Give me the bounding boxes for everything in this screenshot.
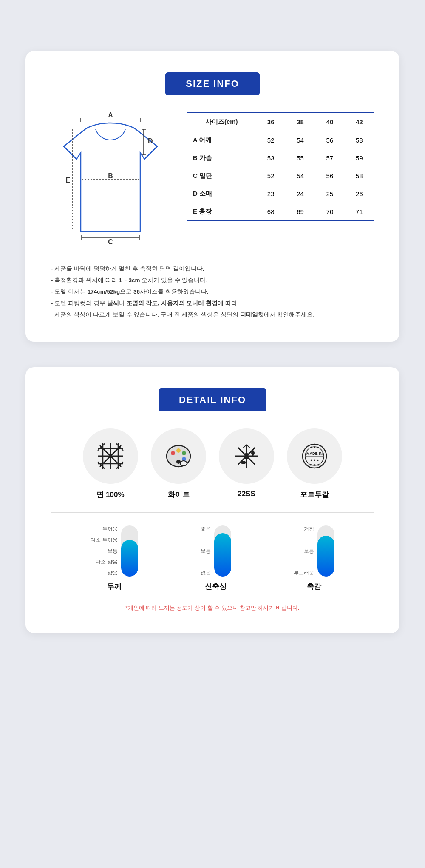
row-label: D 소매	[187, 185, 256, 203]
cell-value: 53	[256, 149, 285, 167]
color-icon-circle	[151, 428, 206, 484]
table-row: D 소매 23 24 25 26	[187, 185, 374, 203]
gauge-texture-bar	[317, 525, 334, 577]
size-table: 사이즈(cm) 36 38 40 42 A 어깨 52 54 56	[187, 112, 374, 221]
gauge-texture-content: 거침 보통 부드러움	[294, 525, 334, 577]
cell-value: 24	[286, 185, 315, 203]
size-notes: - 제품을 바닥에 평평하게 펼친 후 측정한 단면 길이입니다. - 측정환경…	[51, 263, 374, 320]
cell-value: 56	[315, 131, 344, 149]
cell-value: 54	[286, 167, 315, 185]
svg-point-45	[305, 447, 324, 465]
svg-text:★ ★ ★: ★ ★ ★	[310, 446, 319, 449]
col-header-42: 42	[345, 113, 374, 131]
svg-text:★ ★ ★: ★ ★ ★	[310, 463, 319, 466]
cell-value: 58	[345, 167, 374, 185]
gauge-elasticity-content: 좋음 보통 없음	[201, 525, 231, 577]
svg-point-31	[171, 451, 175, 455]
gauge-elasticity-bar	[214, 525, 231, 577]
svg-text:★ ★ ★: ★ ★ ★	[310, 459, 319, 462]
gauge-texture: 거침 보통 부드러움 촉감	[294, 525, 334, 591]
size-info-title: SIZE INFO	[165, 72, 260, 95]
detail-icon-origin: ★ ★ ★ ★ ★ ★ MADE IN ★ ★ ★ 포르투갈	[287, 428, 342, 500]
svg-text:A: A	[108, 112, 113, 119]
cell-value: 54	[286, 131, 315, 149]
detail-info-title: DETAIL INFO	[159, 388, 266, 411]
col-header-36: 36	[256, 113, 285, 131]
col-header-40: 40	[315, 113, 344, 131]
season-label: 22SS	[238, 490, 255, 498]
gauge-elasticity: 좋음 보통 없음 신축성	[201, 525, 231, 591]
cell-value: 70	[315, 203, 344, 221]
svg-point-32	[176, 448, 181, 453]
gauge-texture-labels: 거침 보통 부드러움	[294, 525, 317, 577]
detail-icons-row: 면 100% 화이트	[51, 428, 374, 500]
cell-value: 58	[345, 131, 374, 149]
svg-text:B: B	[108, 172, 113, 180]
detail-note: *개인에 따라 느끼는 정도가 상이 할 수 있으니 참고만 하시기 바랍니다.	[51, 604, 374, 612]
madein-icon: ★ ★ ★ ★ ★ ★ MADE IN ★ ★ ★	[300, 441, 329, 471]
svg-text:C: C	[108, 238, 113, 246]
row-label: A 어깨	[187, 131, 256, 149]
size-note-2: - 측정환경과 위치에 따라 1 ~ 3cm 오차가 있을 수 있습니다.	[51, 274, 374, 286]
table-row: C 밑단 52 54 56 58	[187, 167, 374, 185]
fabric-label: 면 100%	[96, 490, 124, 500]
gauge-thickness-bar	[121, 525, 138, 577]
svg-text:E: E	[66, 177, 71, 184]
cell-value: 25	[315, 185, 344, 203]
tshirt-diagram: A B C D E	[51, 112, 170, 250]
gauge-elasticity-title: 신축성	[205, 582, 227, 591]
row-label: C 밑단	[187, 167, 256, 185]
cell-value: 23	[256, 185, 285, 203]
size-table-wrap: 사이즈(cm) 36 38 40 42 A 어깨 52 54 56	[187, 112, 374, 221]
gauge-thickness-fill	[121, 540, 138, 577]
size-note-4: - 모델 피팅컷의 경우 날씨나 조명의 각도, 사용자의 모니터 환경에 따라…	[51, 297, 374, 320]
detail-icon-color: 화이트	[151, 428, 206, 500]
table-row: A 어깨 52 54 56 58	[187, 131, 374, 149]
size-note-1: - 제품을 바닥에 평평하게 펼친 후 측정한 단면 길이입니다.	[51, 263, 374, 274]
fabric-icon	[96, 441, 125, 471]
col-header-size: 사이즈(cm)	[187, 113, 256, 131]
size-info-card: SIZE INFO A	[26, 51, 400, 342]
divider	[51, 512, 374, 513]
gauge-texture-title: 촉감	[307, 582, 321, 591]
origin-label: 포르투갈	[300, 490, 329, 500]
gauge-thickness-labels: 두꺼움 다소 두꺼움 보통 다소 얇음 얇음	[91, 525, 121, 577]
cell-value: 71	[345, 203, 374, 221]
cell-value: 52	[256, 167, 285, 185]
color-icon	[164, 441, 193, 471]
cell-value: 69	[286, 203, 315, 221]
detail-info-card: DETAIL INFO	[26, 367, 400, 633]
gauge-thickness-title: 두께	[107, 582, 122, 591]
row-label: B 가슴	[187, 149, 256, 167]
gauge-thickness: 두꺼움 다소 두꺼움 보통 다소 얇음 얇음 두께	[91, 525, 138, 591]
gauge-texture-fill	[317, 536, 334, 577]
svg-point-33	[182, 451, 186, 455]
cell-value: 26	[345, 185, 374, 203]
season-icon	[232, 441, 261, 471]
gauge-elasticity-fill	[214, 533, 231, 577]
detail-icon-fabric: 면 100%	[83, 428, 138, 500]
row-label: E 총장	[187, 203, 256, 221]
svg-text:MADE IN: MADE IN	[306, 451, 323, 456]
season-icon-circle	[219, 428, 274, 484]
cell-value: 56	[315, 167, 344, 185]
gauges-row: 두꺼움 다소 두꺼움 보통 다소 얇음 얇음 두께 좋음	[51, 525, 374, 591]
detail-icon-season: 22SS	[219, 428, 274, 500]
gauge-elasticity-labels: 좋음 보통 없음	[201, 525, 214, 577]
gauge-thickness-content: 두꺼움 다소 두꺼움 보통 다소 얇음 얇음	[91, 525, 138, 577]
size-note-3: - 모델 이서는 174cm/52kg으로 36사이즈를 착용하였습니다.	[51, 286, 374, 297]
table-row: B 가슴 53 55 57 59	[187, 149, 374, 167]
origin-icon-circle: ★ ★ ★ ★ ★ ★ MADE IN ★ ★ ★	[287, 428, 342, 484]
color-label: 화이트	[168, 490, 190, 500]
svg-text:D: D	[148, 137, 153, 145]
cell-value: 52	[256, 131, 285, 149]
cell-value: 59	[345, 149, 374, 167]
svg-point-36	[180, 461, 187, 466]
cell-value: 55	[286, 149, 315, 167]
fabric-icon-circle	[83, 428, 138, 484]
table-row: E 총장 68 69 70 71	[187, 203, 374, 221]
cell-value: 68	[256, 203, 285, 221]
col-header-38: 38	[286, 113, 315, 131]
cell-value: 57	[315, 149, 344, 167]
